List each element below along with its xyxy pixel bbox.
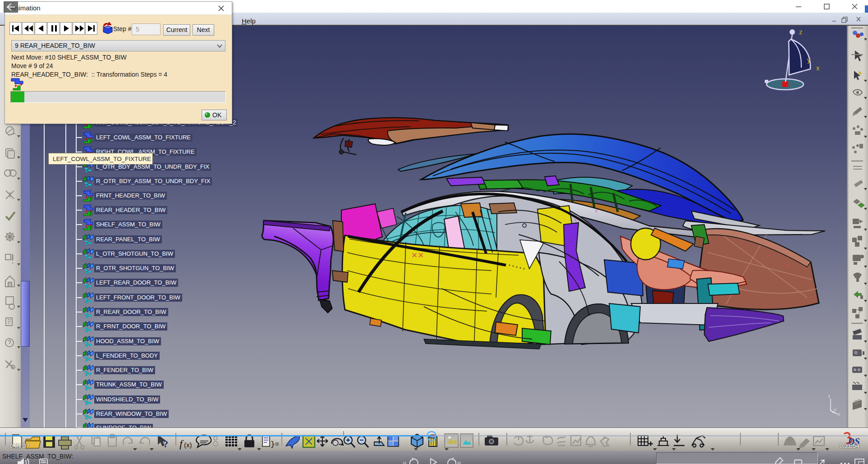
svg-text:✕: ✕ bbox=[785, 262, 790, 269]
svg-text:?: ? bbox=[163, 438, 168, 450]
svg-text:f: f bbox=[179, 438, 184, 450]
svg-text:(x): (x) bbox=[184, 441, 192, 449]
svg-text:z: z bbox=[828, 393, 831, 399]
svg-text:}=: }= bbox=[271, 441, 279, 449]
svg-text:✕: ✕ bbox=[594, 208, 598, 214]
svg-text:✕: ✕ bbox=[766, 253, 771, 259]
svg-text:30: 30 bbox=[457, 461, 461, 464]
svg-text:z: z bbox=[799, 28, 803, 36]
svg-text:✕✕: ✕✕ bbox=[411, 251, 424, 260]
svg-text:y: y bbox=[807, 56, 811, 64]
svg-text:x: x bbox=[838, 411, 840, 417]
svg-text:x: x bbox=[816, 64, 820, 72]
svg-text:y: y bbox=[834, 407, 836, 412]
svg-text:10: 10 bbox=[403, 461, 406, 464]
svg-text:✕: ✕ bbox=[574, 217, 578, 223]
